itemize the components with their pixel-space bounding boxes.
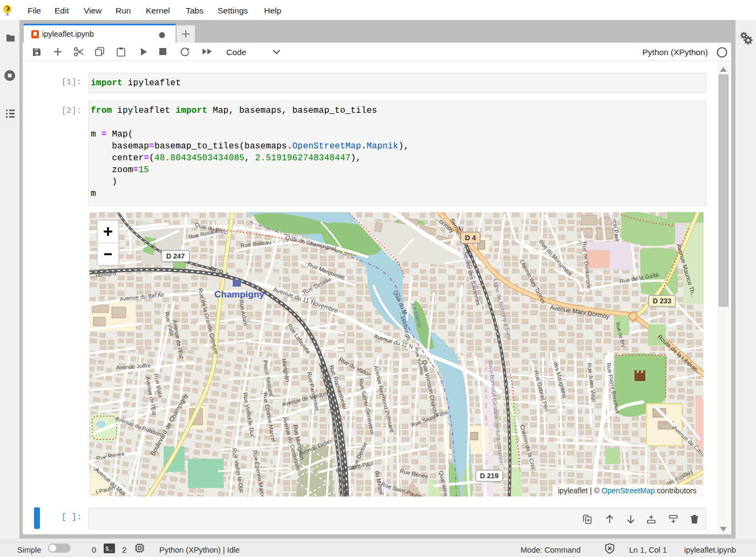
svg-text:D 4: D 4 [465,234,476,242]
svg-text:$_: $_ [105,546,113,552]
svg-text:Champigny: Champigny [214,289,265,300]
svg-text:D 233: D 233 [653,297,672,305]
svg-text:D 219: D 219 [480,472,499,480]
svg-text:ipyleaflet | © OpenStreetMap c: ipyleaflet | © OpenStreetMap contributor… [558,486,697,495]
svg-text:D 247: D 247 [166,252,185,260]
